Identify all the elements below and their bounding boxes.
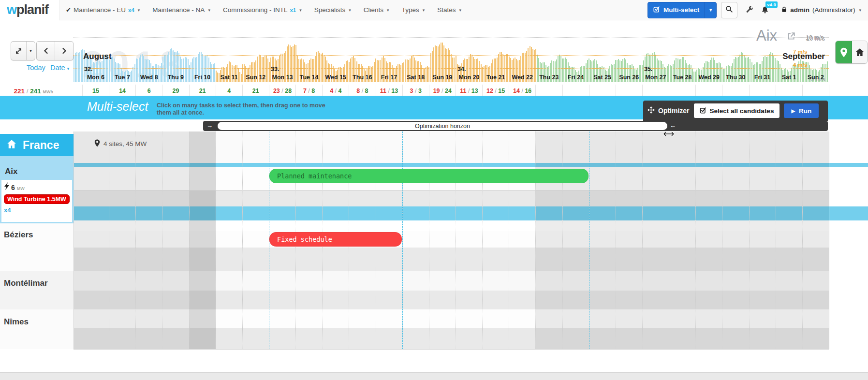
production-separator: / (333, 88, 338, 94)
row-separator (74, 190, 829, 190)
select-all-label: Select all candidates (710, 107, 774, 115)
production-separator: / (280, 88, 285, 94)
day-column-label: Sat 25 (589, 74, 616, 81)
sidebar-grid-divider (74, 132, 74, 349)
day-column-label: Mon 27 (642, 74, 669, 81)
home-view-button[interactable] (852, 41, 867, 63)
sidebar-site-aix[interactable]: Aix 6 MW Wind Turbine 1.5MW x4 (0, 156, 74, 223)
optimizer-label-text: Optimizer (658, 107, 690, 115)
today-link[interactable]: Today (27, 64, 45, 72)
lock-icon (781, 6, 787, 15)
search-button[interactable] (721, 2, 737, 18)
day-production: 23 / 28 (269, 88, 296, 94)
site-name[interactable]: Aix (5, 167, 17, 176)
production-used: 12 (486, 88, 493, 94)
nav-menu-commissioning-intl[interactable]: Commissioning - INTLx1▾ (217, 0, 308, 20)
day-production: 15 (82, 88, 109, 94)
notifications-bell-icon[interactable]: v4.0 (761, 6, 769, 14)
user-menu[interactable]: admin (Administrator) ▾ (781, 6, 861, 15)
task-bar-fixed-schedule[interactable]: Fixed schedule (269, 232, 402, 247)
production-used: 23 (273, 88, 280, 94)
optimization-horizon-pill[interactable]: Optimization horizon (218, 122, 667, 130)
week-number: 33. (271, 66, 279, 73)
horizon-start-handle[interactable]: → (206, 122, 213, 129)
day-column-label: Mon 6 (82, 74, 109, 81)
nav-menu-types[interactable]: Types▾ (396, 0, 431, 20)
week-number: 32. (84, 66, 92, 73)
wind-gridline (74, 55, 829, 56)
wind-gridline (74, 82, 829, 82)
day-separator (695, 85, 696, 96)
production-separator: / (466, 88, 471, 94)
nav-menu-label: Clients (364, 6, 383, 14)
next-period-button[interactable] (55, 42, 73, 60)
sidebar-site-beziers[interactable]: Béziers (4, 230, 33, 240)
nav-menu-specialists[interactable]: Specialists▾ (308, 0, 357, 20)
production-separator: / (413, 88, 418, 94)
bottom-scrollbar-track[interactable] (0, 372, 868, 380)
multiselect-button-main[interactable]: Multi-select (648, 2, 705, 18)
day-column-label: Wed 8 (135, 74, 162, 81)
sidebar-band-montelimar (0, 271, 74, 309)
lightning-icon (4, 182, 9, 192)
settings-wrench-icon[interactable] (746, 6, 754, 14)
production-available: 3 (418, 88, 422, 94)
day-gridline (535, 132, 536, 349)
nav-menu-clients[interactable]: Clients▾ (357, 0, 396, 20)
day-gridline (509, 132, 509, 349)
day-separator (642, 85, 643, 96)
day-gridline (109, 132, 109, 349)
day-separator (589, 85, 589, 96)
day-gridline (642, 132, 643, 349)
previous-period-button[interactable] (37, 42, 55, 60)
capacity-unit: MW (17, 186, 25, 191)
production-available: 28 (285, 88, 292, 94)
date-dropdown[interactable]: Date ▾ (50, 64, 69, 72)
wplanif-app: 2018 32.33.34.35.Mon 615Tue 714Wed 86Thu… (0, 0, 868, 380)
sidebar-site-montelimar[interactable]: Montélimar (4, 278, 48, 288)
nav-menu-states[interactable]: States▾ (431, 0, 468, 20)
day-production: 12 / 15 (482, 88, 509, 94)
unforecast-region-overlay (535, 132, 829, 349)
wind-bar (78, 53, 79, 82)
app-logo[interactable]: wplanif (0, 0, 59, 20)
production-available: 15 (498, 88, 505, 94)
external-link-icon[interactable] (787, 32, 795, 43)
wind-bar (75, 53, 76, 82)
day-column-label: Sat 18 (402, 74, 429, 81)
day-gridline (242, 132, 243, 349)
expand-range-button[interactable] (11, 42, 26, 60)
day-production: 29 (162, 88, 189, 94)
map-view-button[interactable] (836, 41, 852, 63)
day-production: 19 / 24 (429, 88, 456, 94)
production-available: 24 (445, 88, 452, 94)
task-bar-planned-maintenance[interactable]: Planned maintenance (269, 169, 588, 183)
day-gridline (776, 132, 776, 349)
top-navbar: wplanif ✔Maintenance - EUx4▾Maintenance … (0, 0, 868, 20)
multiselect-button[interactable]: Multi-select ▼ (647, 2, 717, 18)
nav-menu-maintenance-eu[interactable]: ✔Maintenance - EUx4▾ (59, 0, 146, 20)
horizon-end-handle[interactable]: ← (670, 122, 676, 129)
nav-menu-maintenance-na[interactable]: Maintenance - NA▾ (146, 0, 217, 20)
production-available: 6 (147, 88, 151, 94)
sidebar-site-nimes[interactable]: Nîmes (4, 317, 29, 327)
range-dropdown-caret[interactable]: ▾ (26, 42, 35, 60)
checkbox-icon (653, 6, 660, 14)
day-column-label: Thu 16 (349, 74, 376, 81)
day-production: 21 (242, 88, 269, 94)
day-gridline (749, 132, 750, 349)
day-column-label: Thu 23 (535, 74, 562, 81)
sites-summary-label: 4 sites, 45 MW (103, 140, 147, 147)
day-production: 11 / 13 (376, 88, 403, 94)
production-available: 13 (391, 88, 398, 94)
nav-menus: ✔Maintenance - EUx4▾Maintenance - NA▾Com… (59, 0, 468, 20)
run-button[interactable]: ▶ Run (784, 103, 819, 118)
day-production: 11 / 13 (456, 88, 483, 94)
multiselect-dropdown-caret[interactable]: ▼ (705, 2, 716, 18)
resize-cursor-icon (662, 131, 675, 139)
day-separator (749, 85, 750, 96)
production-generated: 221 (14, 88, 25, 95)
sidebar-country-france[interactable]: France (0, 134, 74, 156)
chart-site-title: Aix (756, 27, 777, 44)
select-all-candidates-button[interactable]: Select all candidates (694, 103, 780, 118)
